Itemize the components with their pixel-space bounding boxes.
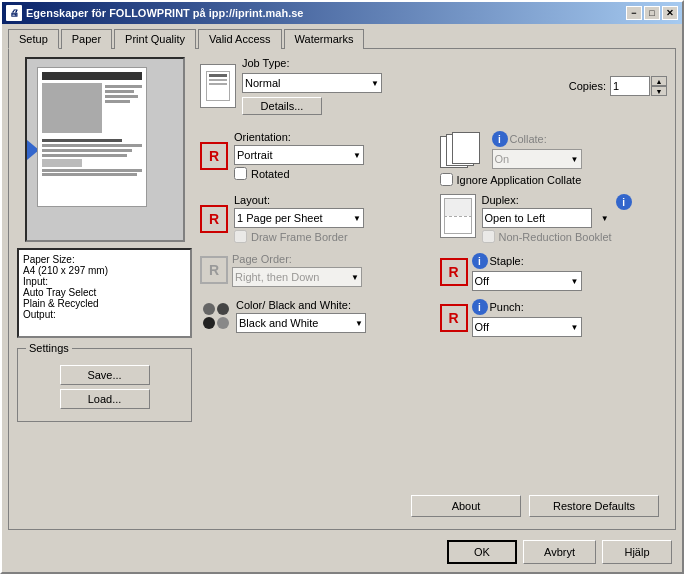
- collate-section: i Collate: On: [440, 131, 668, 186]
- copies-label: Copies:: [569, 80, 606, 92]
- rotated-label: Rotated: [251, 168, 290, 180]
- copies-input[interactable]: 1: [610, 76, 650, 96]
- staple-select-wrapper: Off: [472, 271, 582, 291]
- window-icon: 🖨: [6, 5, 22, 21]
- info-line-3: Input:: [23, 276, 186, 287]
- info-box: Paper Size: A4 (210 x 297 mm) Input: Aut…: [17, 248, 192, 338]
- job-type-select-wrapper: Normal: [242, 73, 382, 93]
- copies-spin-buttons: ▲ ▼: [651, 76, 667, 96]
- orientation-row: R Orientation: Portrait: [200, 131, 428, 180]
- draw-frame-checkbox[interactable]: [234, 230, 247, 243]
- info-line-5: Plain & Recycled: [23, 298, 186, 309]
- copies-decrement[interactable]: ▼: [651, 86, 667, 96]
- bottom-action-buttons: About Restore Defaults: [17, 489, 667, 521]
- layout-duplex-section: R Layout: 1 Page per Sheet: [200, 194, 667, 245]
- job-type-label: Job Type:: [242, 57, 382, 69]
- minimize-button[interactable]: −: [626, 6, 642, 20]
- staple-info-icon[interactable]: i: [472, 253, 488, 269]
- orientation-select[interactable]: Portrait: [234, 145, 364, 165]
- non-reduction-row: Non-Reduction Booklet: [482, 230, 612, 243]
- job-type-row: Job Type: Normal Details...: [200, 57, 667, 115]
- staple-icon-btn: R: [440, 258, 468, 286]
- punch-select-wrapper: Off: [472, 317, 582, 337]
- title-bar-text: 🖨 Egenskaper för FOLLOWPRINT på ipp://ip…: [6, 5, 303, 21]
- load-button[interactable]: Load...: [60, 389, 150, 409]
- ok-button[interactable]: OK: [447, 540, 517, 564]
- orientation-label: Orientation:: [234, 131, 364, 143]
- page-order-select-wrapper: Right, then Down: [232, 267, 362, 287]
- staple-section: R i Staple: Off: [440, 253, 668, 291]
- tab-print-quality[interactable]: Print Quality: [114, 29, 196, 49]
- ignore-collate-row: Ignore Application Collate: [440, 173, 668, 186]
- copies-increment[interactable]: ▲: [651, 76, 667, 86]
- info-line-2: A4 (210 x 297 mm): [23, 265, 186, 276]
- about-button[interactable]: About: [411, 495, 521, 517]
- collate-select-wrapper: On: [492, 149, 582, 169]
- color-punch-section: Color/ Black and White: Black and White: [200, 299, 667, 337]
- punch-section: R i Punch: Off: [440, 299, 668, 337]
- tab-setup[interactable]: Setup: [8, 29, 59, 49]
- info-line-6: Output:: [23, 309, 186, 320]
- job-type-icon-btn: [200, 64, 236, 108]
- info-line-4: Auto Tray Select: [23, 287, 186, 298]
- title-bar-buttons: − □ ✕: [626, 6, 678, 20]
- duplex-select-wrapper: Open to Left: [482, 208, 612, 228]
- staple-select[interactable]: Off: [472, 271, 582, 291]
- rotated-checkbox-row: Rotated: [234, 167, 364, 180]
- layout-label: Layout:: [234, 194, 364, 206]
- color-select-wrapper: Black and White: [236, 313, 366, 333]
- color-select[interactable]: Black and White: [236, 313, 366, 333]
- preview-image: [42, 83, 102, 133]
- punch-info-icon[interactable]: i: [472, 299, 488, 315]
- save-button[interactable]: Save...: [60, 365, 150, 385]
- collate-select[interactable]: On: [492, 149, 582, 169]
- left-panel: Paper Size: A4 (210 x 297 mm) Input: Aut…: [17, 57, 192, 489]
- draw-frame-label: Draw Frame Border: [251, 231, 348, 243]
- restore-defaults-button[interactable]: Restore Defaults: [529, 495, 659, 517]
- help-button[interactable]: Hjälp: [602, 540, 672, 564]
- orientation-icon-btn: R: [200, 142, 228, 170]
- dialog-buttons: OK Avbryt Hjälp: [2, 536, 682, 572]
- preview-box: [25, 57, 185, 242]
- staple-label: Staple:: [490, 255, 524, 267]
- layout-row: R Layout: 1 Page per Sheet: [200, 194, 428, 243]
- duplex-label: Duplex:: [482, 194, 612, 206]
- color-section: Color/ Black and White: Black and White: [200, 299, 428, 337]
- duplex-section: Duplex: Open to Left Non-Reduction Bookl…: [440, 194, 668, 245]
- cancel-button[interactable]: Avbryt: [523, 540, 596, 564]
- tab-valid-access[interactable]: Valid Access: [198, 29, 282, 49]
- layout-select[interactable]: 1 Page per Sheet: [234, 208, 364, 228]
- pageorder-staple-section: R Page Order: Right, then Down: [200, 253, 667, 291]
- close-button[interactable]: ✕: [662, 6, 678, 20]
- tab-watermarks[interactable]: Watermarks: [284, 29, 365, 49]
- punch-select[interactable]: Off: [472, 317, 582, 337]
- tab-bar: Setup Paper Print Quality Valid Access W…: [2, 24, 682, 48]
- collate-label: Collate:: [510, 133, 547, 145]
- tab-paper[interactable]: Paper: [61, 29, 112, 49]
- orientation-select-wrapper: Portrait: [234, 145, 364, 165]
- page-order-select[interactable]: Right, then Down: [232, 267, 362, 287]
- job-type-select[interactable]: Normal: [242, 73, 382, 93]
- non-reduction-checkbox[interactable]: [482, 230, 495, 243]
- settings-group-label: Settings: [26, 342, 72, 354]
- about-restore-buttons: About Restore Defaults: [411, 495, 659, 517]
- tab-content: Paper Size: A4 (210 x 297 mm) Input: Aut…: [8, 48, 676, 530]
- details-button[interactable]: Details...: [242, 97, 322, 115]
- duplex-select[interactable]: Open to Left: [482, 208, 592, 228]
- copies-spinner: 1 ▲ ▼: [610, 76, 667, 96]
- right-panel: Job Type: Normal Details...: [200, 57, 667, 489]
- page-order-section: R Page Order: Right, then Down: [200, 253, 428, 291]
- preview-header: [42, 72, 142, 80]
- layout-section: R Layout: 1 Page per Sheet: [200, 194, 428, 245]
- collate-info-icon[interactable]: i: [492, 131, 508, 147]
- maximize-button[interactable]: □: [644, 6, 660, 20]
- job-type-group: Job Type: Normal Details...: [200, 57, 667, 117]
- layout-select-wrapper: 1 Page per Sheet: [234, 208, 364, 228]
- non-reduction-label: Non-Reduction Booklet: [499, 231, 612, 243]
- ignore-collate-checkbox[interactable]: [440, 173, 453, 186]
- duplex-info-icon[interactable]: i: [616, 194, 632, 210]
- spacer-left: [25, 495, 411, 517]
- layout-icon-btn: R: [200, 205, 228, 233]
- settings-group: Settings Save... Load...: [17, 348, 192, 422]
- rotated-checkbox[interactable]: [234, 167, 247, 180]
